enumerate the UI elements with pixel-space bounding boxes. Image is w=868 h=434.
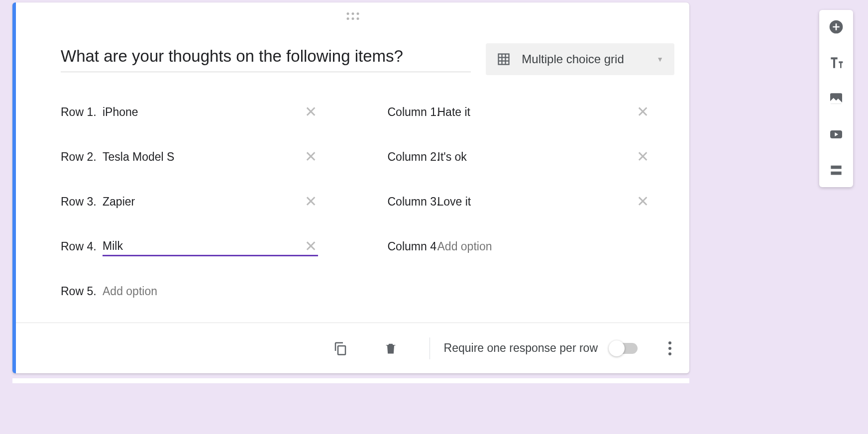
remove-row-button[interactable]: ✕ — [302, 102, 320, 122]
question-card: Multiple choice grid ▼ Row 1.✕Row 2.✕Row… — [12, 2, 689, 373]
require-response-label: Require one response per row — [444, 341, 598, 355]
delete-button[interactable] — [377, 334, 405, 363]
svg-rect-10 — [831, 172, 841, 175]
footer-divider — [430, 337, 430, 359]
svg-rect-0 — [499, 54, 509, 65]
duplicate-button[interactable] — [326, 334, 355, 363]
toggle-knob — [609, 340, 625, 356]
rows-section: Row 1.✕Row 2.✕Row 3.✕Row 4.✕Row 5. — [61, 90, 318, 314]
add-video-button[interactable] — [828, 126, 844, 142]
grid-icon — [497, 52, 511, 66]
more-options-button[interactable] — [663, 336, 676, 360]
question-header: Multiple choice grid ▼ — [61, 43, 674, 75]
row-option: Row 5. — [61, 269, 318, 314]
row-option: Row 4.✕ — [61, 224, 318, 269]
remove-column-button[interactable]: ✕ — [634, 191, 652, 212]
column-value-input[interactable] — [437, 147, 645, 167]
columns-section: Column 1.✕Column 2.✕Column 3.✕Column 4. — [388, 90, 645, 314]
question-type-label: Multiple choice grid — [522, 52, 646, 66]
question-footer: Require one response per row — [16, 323, 689, 373]
chevron-down-icon: ▼ — [656, 55, 663, 63]
remove-row-button[interactable]: ✕ — [302, 191, 320, 212]
add-title-button[interactable] — [828, 55, 844, 71]
remove-row-button[interactable]: ✕ — [302, 236, 320, 257]
remove-column-button[interactable]: ✕ — [634, 102, 652, 122]
column-option: Column 3.✕ — [388, 179, 645, 224]
floating-toolbar — [819, 10, 853, 187]
add-section-button[interactable] — [828, 162, 844, 178]
row-value-input[interactable] — [103, 236, 318, 256]
svg-rect-9 — [831, 166, 841, 169]
row-value-input[interactable] — [103, 147, 318, 167]
column-value-input[interactable] — [437, 192, 645, 212]
question-title-input[interactable] — [61, 47, 471, 72]
column-value-input[interactable] — [437, 237, 645, 256]
row-option: Row 3.✕ — [61, 179, 318, 224]
drag-handle-icon[interactable] — [346, 12, 359, 20]
next-card-edge — [12, 378, 689, 383]
grid-options: Row 1.✕Row 2.✕Row 3.✕Row 4.✕Row 5. Colum… — [61, 90, 645, 314]
row-value-input[interactable] — [103, 103, 318, 122]
row-option: Row 1.✕ — [61, 90, 318, 134]
require-response-toggle[interactable] — [610, 343, 638, 354]
add-question-button[interactable] — [828, 19, 844, 35]
row-option: Row 2.✕ — [61, 134, 318, 179]
column-option: Column 4. — [388, 224, 645, 269]
row-value-input[interactable] — [103, 282, 318, 301]
column-value-input[interactable] — [437, 103, 645, 122]
remove-row-button[interactable]: ✕ — [302, 146, 320, 167]
column-option: Column 2.✕ — [388, 134, 645, 179]
remove-column-button[interactable]: ✕ — [634, 146, 652, 167]
column-option: Column 1.✕ — [388, 90, 645, 134]
question-type-selector[interactable]: Multiple choice grid ▼ — [486, 43, 674, 75]
svg-rect-5 — [338, 346, 345, 355]
row-value-input[interactable] — [103, 192, 318, 212]
add-image-button[interactable] — [828, 91, 844, 107]
